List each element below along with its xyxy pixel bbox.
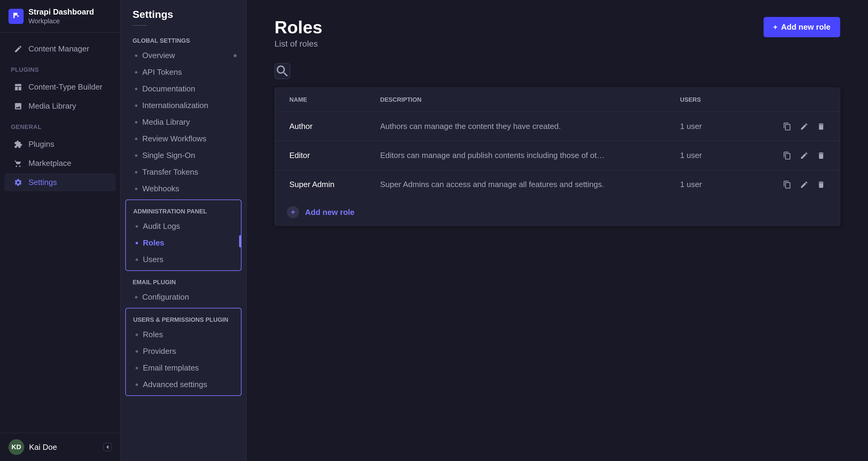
settings-api-tokens[interactable]: API Tokens	[120, 64, 246, 81]
user-name: Kai Doe	[29, 442, 98, 452]
search-button[interactable]	[275, 63, 290, 79]
app-logo[interactable]	[8, 9, 24, 24]
duplicate-button[interactable]	[783, 180, 792, 189]
copy-icon	[783, 180, 792, 189]
table-header: Name Description Users	[275, 88, 840, 112]
table-row[interactable]: Author Authors can manage the content th…	[275, 112, 840, 141]
primary-sidebar: Strapi Dashboard Workplace Content Manag…	[0, 0, 120, 461]
nav-section-plugins: Plugins	[0, 59, 120, 77]
duplicate-button[interactable]	[783, 122, 792, 131]
nav-label: Content Manager	[28, 44, 89, 54]
pencil-icon	[800, 180, 808, 189]
table-footer: + Add new role	[275, 199, 840, 225]
role-description: Editors can manage and publish contents …	[380, 151, 680, 160]
add-new-role-button[interactable]: + Add new role	[764, 17, 840, 37]
settings-roles[interactable]: Roles	[126, 235, 241, 251]
col-header-name: Name	[289, 96, 380, 103]
settings-up-roles[interactable]: Roles	[126, 326, 241, 343]
pencil-icon	[14, 45, 22, 53]
role-name: Editor	[289, 151, 380, 160]
search-icon	[275, 64, 290, 79]
trash-icon	[817, 151, 825, 160]
collapse-sidebar-button[interactable]	[103, 443, 112, 451]
primary-nav: Content Manager Plugins Content-Type Bui…	[0, 33, 120, 433]
role-name: Author	[289, 122, 380, 131]
puzzle-icon	[14, 140, 22, 149]
settings-media-library[interactable]: Media Library	[120, 114, 246, 130]
nav-settings[interactable]: Settings	[4, 174, 116, 191]
duplicate-button[interactable]	[783, 151, 792, 160]
page-subtitle: List of roles	[275, 39, 322, 49]
role-users: 1 user	[680, 180, 753, 189]
sidebar-footer: KD Kai Doe	[0, 433, 120, 461]
delete-button[interactable]	[817, 180, 825, 189]
settings-internationalization[interactable]: Internationalization	[120, 97, 246, 114]
section-admin-panel: Administration Panel	[126, 203, 241, 218]
settings-audit-logs[interactable]: Audit Logs	[126, 218, 241, 235]
chevron-left-icon	[103, 443, 112, 451]
add-role-circle[interactable]: +	[287, 206, 299, 218]
divider	[132, 25, 147, 26]
sidebar-header: Strapi Dashboard Workplace	[0, 0, 120, 33]
settings-transfer-tokens[interactable]: Transfer Tokens	[120, 164, 246, 180]
edit-button[interactable]	[800, 151, 808, 160]
role-name: Super Admin	[289, 180, 380, 189]
edit-button[interactable]	[800, 180, 808, 189]
nav-label: Plugins	[28, 140, 54, 149]
col-header-users: Users	[680, 96, 753, 103]
role-description: Super Admins can access and manage all f…	[380, 180, 680, 189]
plus-icon: +	[291, 208, 295, 216]
edit-button[interactable]	[800, 122, 808, 131]
copy-icon	[783, 122, 792, 131]
settings-up-providers[interactable]: Providers	[126, 343, 241, 360]
page-title: Roles	[275, 17, 322, 37]
logo-icon	[12, 11, 20, 21]
plus-icon: +	[773, 23, 777, 31]
delete-button[interactable]	[817, 151, 825, 160]
nav-label: Marketplace	[28, 159, 71, 168]
settings-review-workflows[interactable]: Review Workflows	[120, 130, 246, 147]
nav-marketplace[interactable]: Marketplace	[4, 154, 116, 172]
role-description: Authors can manage the content they have…	[380, 122, 680, 131]
settings-up-advanced[interactable]: Advanced settings	[126, 376, 241, 393]
button-label: Add new role	[781, 22, 831, 32]
copy-icon	[783, 151, 792, 160]
nav-label: Media Library	[28, 101, 76, 111]
settings-email-configuration[interactable]: Configuration	[120, 289, 246, 305]
users-permissions-highlight: Users & Permissions Plugin Roles Provide…	[125, 308, 242, 396]
settings-sidebar: Settings Global Settings Overview API To…	[120, 0, 247, 461]
col-header-description: Description	[380, 96, 680, 103]
app-title: Strapi Dashboard	[28, 7, 94, 17]
settings-documentation[interactable]: Documentation	[120, 81, 246, 97]
image-icon	[14, 102, 22, 111]
settings-title: Settings	[120, 8, 246, 25]
nav-label: Content-Type Builder	[28, 82, 102, 92]
table-row[interactable]: Super Admin Super Admins can access and …	[275, 170, 840, 199]
nav-label: Settings	[28, 178, 57, 187]
nav-media-library[interactable]: Media Library	[4, 97, 116, 115]
nav-section-general: General	[0, 116, 120, 134]
section-global-settings: Global Settings	[120, 32, 246, 47]
delete-button[interactable]	[817, 122, 825, 131]
settings-up-email-templates[interactable]: Email templates	[126, 360, 241, 376]
trash-icon	[817, 180, 825, 189]
user-avatar[interactable]: KD	[8, 439, 24, 455]
main-content: Roles List of roles + Add new role Name …	[247, 0, 868, 461]
add-role-link[interactable]: Add new role	[305, 208, 354, 217]
pencil-icon	[800, 151, 808, 160]
pencil-icon	[800, 122, 808, 131]
settings-sso[interactable]: Single Sign-On	[120, 147, 246, 164]
settings-webhooks[interactable]: Webhooks	[120, 180, 246, 197]
layout-icon	[14, 83, 22, 91]
section-email-plugin: Email Plugin	[120, 273, 246, 289]
nav-plugins[interactable]: Plugins	[4, 135, 116, 153]
gear-icon	[14, 178, 22, 187]
table-row[interactable]: Editor Editors can manage and publish co…	[275, 141, 840, 170]
nav-content-type-builder[interactable]: Content-Type Builder	[4, 78, 116, 96]
role-users: 1 user	[680, 122, 753, 131]
settings-overview[interactable]: Overview	[120, 47, 246, 64]
settings-users[interactable]: Users	[126, 251, 241, 268]
nav-content-manager[interactable]: Content Manager	[4, 40, 116, 58]
cart-icon	[14, 159, 22, 168]
page-header: Roles List of roles + Add new role	[275, 17, 840, 49]
